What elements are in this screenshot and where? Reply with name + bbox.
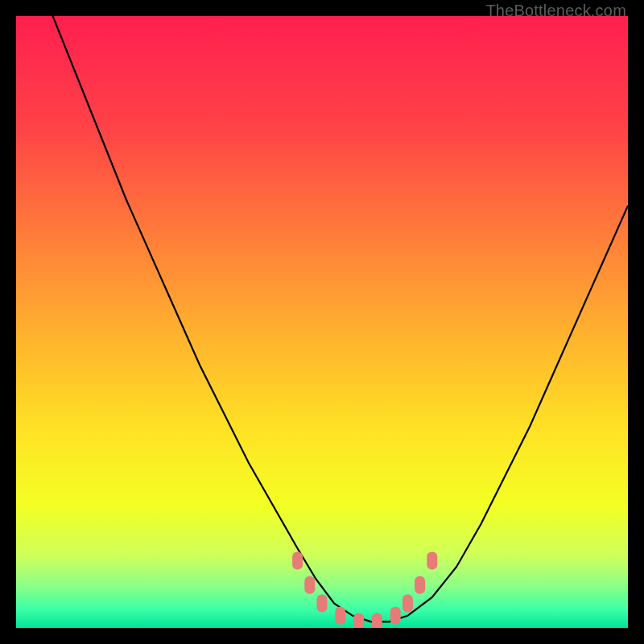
- watermark-text: TheBottleneck.com: [485, 2, 626, 20]
- highlight-marker: [390, 607, 401, 625]
- highlight-marker: [415, 576, 425, 594]
- highlight-marker: [292, 551, 303, 569]
- highlight-marker: [372, 613, 382, 628]
- highlight-markers: [292, 551, 437, 628]
- highlight-marker: [317, 595, 328, 613]
- plot-area: [16, 16, 628, 628]
- highlight-marker: [402, 595, 413, 613]
- highlight-marker: [335, 607, 345, 625]
- highlight-marker: [427, 551, 437, 569]
- curve-layer: [16, 16, 628, 628]
- chart-frame: TheBottleneck.com: [0, 0, 644, 644]
- highlight-marker: [304, 576, 315, 594]
- bottleneck-curve: [53, 16, 628, 621]
- highlight-marker: [353, 613, 364, 628]
